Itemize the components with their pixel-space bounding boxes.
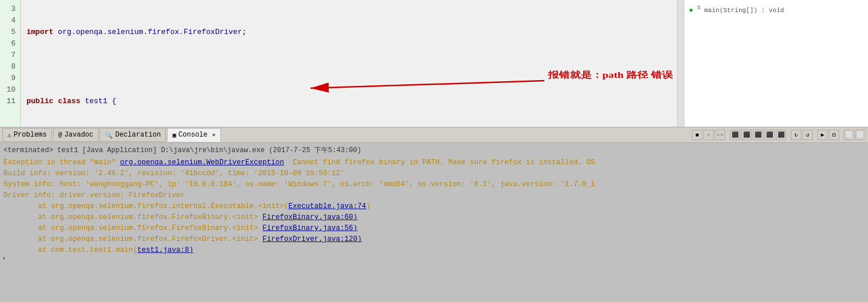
tab-console-label: Console: [178, 131, 207, 139]
line-num-11: 11: [5, 96, 16, 107]
toolbar-btn-3[interactable]: ✕✕: [715, 130, 725, 140]
green-dot-icon: ●: [689, 6, 697, 14]
console-line-3: System info: host: 'wanghonggang-PC', ip…: [3, 179, 865, 190]
executable-link[interactable]: Executable.java:74: [288, 202, 366, 210]
tab-toolbar: ■ ✕ ✕✕ ⬛ ⬛ ⬛ ⬛ ⬛ ↻ ↺ ▶ ⊡ ⬜ ⬜: [692, 130, 866, 140]
line-num-8: 8: [5, 61, 16, 73]
toolbar-btn-5[interactable]: ⬛: [741, 130, 752, 140]
tab-declaration[interactable]: 🔍 Declaration: [100, 128, 166, 142]
toolbar-btn-9[interactable]: ↻: [791, 130, 801, 140]
line-num-9: 9: [5, 73, 16, 84]
toolbar-btn-12[interactable]: ⊡: [829, 130, 839, 140]
ff-driver-120-link[interactable]: FirefoxDriver.java:120): [262, 235, 362, 243]
console-line-1: Exception in thread "main" org.openqa.se…: [3, 157, 865, 168]
tab-problems-label: Problems: [14, 131, 47, 139]
line-numbers: 3 4 5 6 7 8 9 10 11: [0, 0, 21, 127]
line-num-10: 10: [5, 84, 16, 96]
console-wrapper[interactable]: <terminated> test1 [Java Application] D:…: [0, 143, 868, 302]
console-close-icon[interactable]: ✕: [212, 131, 216, 138]
line-num-6: 6: [5, 38, 16, 50]
outline-item: S main(String[]) : void: [697, 7, 784, 14]
console-line-5: at org.openqa.selenium.firefox.internal.…: [3, 201, 865, 212]
main-layout: 3 4 5 6 7 8 9 10 11 import org.openqa.se…: [0, 0, 868, 302]
toolbar-btn-11[interactable]: ▶: [817, 130, 828, 140]
console-line-4: Driver info: driver.version: FirefoxDriv…: [3, 190, 865, 201]
toolbar-btn-6[interactable]: ⬛: [753, 130, 763, 140]
toolbar-btn-2[interactable]: ✕: [703, 130, 714, 140]
console-line-9: at com.test.test1.main(test1.java:8): [3, 245, 865, 256]
console-icon: ▣: [172, 131, 176, 139]
console-line-2: Build info: version: '2.48.2', revision:…: [3, 168, 865, 179]
toolbar-btn-1[interactable]: ■: [692, 130, 702, 140]
outline-panel: ● S main(String[]) : void: [684, 0, 868, 127]
toolbar-btn-8[interactable]: ⬛: [776, 130, 786, 140]
tab-javadoc[interactable]: @ Javadoc: [53, 128, 98, 142]
toolbar-btn-10[interactable]: ↺: [802, 130, 813, 140]
tab-javadoc-label: Javadoc: [64, 131, 93, 139]
webdriver-exception-link[interactable]: org.openqa.selenium.WebDriverException: [120, 158, 284, 167]
javadoc-icon: @: [58, 131, 62, 138]
vertical-scrollbar[interactable]: [677, 0, 684, 127]
tabs-bar: ⚠ Problems @ Javadoc 🔍 Declaration ▣ Con…: [0, 127, 868, 143]
problems-icon: ⚠: [7, 131, 12, 139]
console-line-6: at org.openqa.selenium.firefox.FirefoxBi…: [3, 212, 865, 223]
tab-declaration-label: Declaration: [115, 131, 161, 139]
toolbar-btn-7[interactable]: ⬛: [764, 130, 775, 140]
console-line-8: at org.openqa.selenium.firefox.FirefoxDr…: [3, 234, 865, 245]
console-line-7: at org.openqa.selenium.firefox.FirefoxBi…: [3, 223, 865, 234]
toolbar-btn-14[interactable]: ⬜: [855, 130, 866, 140]
line-num-5: 5: [5, 27, 16, 38]
toolbar-btn-4[interactable]: ⬛: [730, 130, 740, 140]
line-num-7: 7: [5, 50, 16, 61]
cursor-indicator: [3, 257, 865, 259]
ff-binary-56-link[interactable]: FirefoxBinary.java:56): [262, 224, 357, 232]
console-area: <terminated> test1 [Java Application] D:…: [0, 143, 868, 262]
toolbar-btn-13[interactable]: ⬜: [844, 130, 854, 140]
tab-console[interactable]: ▣ Console ✕: [167, 128, 220, 142]
ff-binary-60-link[interactable]: FirefoxBinary.java:60): [262, 213, 357, 221]
console-terminated-line: <terminated> test1 [Java Application] D:…: [3, 145, 865, 156]
outline-content: ● S main(String[]) : void: [684, 0, 868, 19]
editor-wrapper: 3 4 5 6 7 8 9 10 11 import org.openqa.se…: [0, 0, 868, 127]
test1-java-8-link[interactable]: test1.java:8): [138, 246, 194, 254]
line-num-3: 3: [5, 3, 16, 15]
declaration-icon: 🔍: [105, 131, 113, 139]
line-num-4: 4: [5, 15, 16, 27]
tab-problems[interactable]: ⚠ Problems: [2, 128, 52, 142]
